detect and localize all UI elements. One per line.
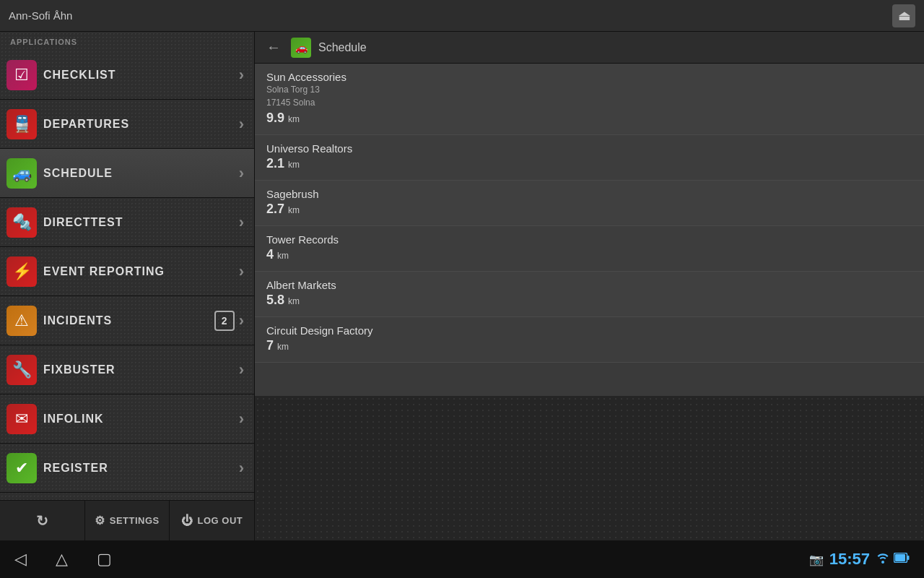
- location-distance: 4 km: [266, 247, 912, 262]
- status-bar: 📷 15:57: [809, 550, 910, 569]
- fixbuster-label: FIXBUSTER: [43, 363, 239, 376]
- schedule-icon: 🚙: [6, 158, 37, 189]
- sidebar-item-checklist[interactable]: ☑CHECKLIST›: [0, 51, 254, 100]
- settings-label: SETTINGS: [110, 515, 160, 526]
- register-label: REGISTER: [43, 462, 239, 475]
- infolink-icon: ✉: [6, 404, 37, 434]
- main-area: APPLICATIONS ☑CHECKLIST›🚆DEPARTURES›🚙SCH…: [0, 32, 924, 540]
- departures-icon: 🚆: [6, 109, 37, 139]
- event-reporting-icon-wrapper: ⚡: [0, 247, 43, 296]
- incidents-badge: 2: [214, 311, 235, 331]
- register-chevron-icon: ›: [239, 459, 244, 478]
- logout-icon: ⏏: [898, 8, 910, 24]
- list-item[interactable]: Sagebrush2.7 km: [255, 181, 924, 226]
- back-nav-button[interactable]: ◁: [14, 550, 27, 569]
- sidebar-item-infolink[interactable]: ✉INFOLINK›: [0, 394, 254, 444]
- location-name: Tower Records: [266, 233, 912, 246]
- incidents-label: INCIDENTS: [43, 314, 214, 327]
- distance-unit: km: [288, 160, 300, 170]
- list-item[interactable]: Sun AccessoriesSolna Torg 1317145 Solna9…: [255, 64, 924, 135]
- distance-unit: km: [288, 205, 300, 215]
- register-icon: ✔: [6, 453, 37, 483]
- location-distance: 9.9 km: [266, 111, 912, 126]
- back-button[interactable]: ←: [263, 36, 284, 59]
- location-distance: 7 km: [266, 338, 912, 353]
- list-item[interactable]: Universo Realtors2.1 km: [255, 135, 924, 181]
- sidebar-item-event-reporting[interactable]: ⚡EVENT REPORTING›: [0, 247, 254, 296]
- title-bar: Ann-Sofi Åhn ⏏: [0, 0, 924, 32]
- content-area: ← 🚗 Schedule Sun AccessoriesSolna Torg 1…: [255, 32, 924, 540]
- content-header: ← 🚗 Schedule: [255, 32, 924, 64]
- android-left-buttons: ◁ △ ▢: [14, 550, 112, 569]
- checklist-label: CHECKLIST: [43, 69, 239, 82]
- location-list: Sun AccessoriesSolna Torg 1317145 Solna9…: [255, 64, 924, 396]
- incidents-icon: ⚠: [6, 306, 37, 336]
- directtest-icon-wrapper: 🔩: [0, 198, 43, 247]
- event-reporting-label: EVENT REPORTING: [43, 265, 239, 278]
- schedule-icon-wrapper: 🚙: [0, 149, 43, 198]
- content-title: Schedule: [318, 41, 367, 54]
- sidebar-item-schedule[interactable]: 🚙SCHEDULE›: [0, 149, 254, 198]
- directtest-label: DIRECTTEST: [43, 216, 239, 229]
- schedule-icon-symbol: 🚗: [295, 42, 308, 53]
- logout-button[interactable]: ⏏: [892, 4, 915, 27]
- svg-rect-2: [907, 556, 910, 560]
- list-item[interactable]: Circuit Design Factory7 km: [255, 317, 924, 363]
- status-icons: [876, 552, 910, 566]
- location-address2: 17145 Solna: [266, 98, 912, 108]
- logout-bottom-button[interactable]: ⏻ LOG OUT: [170, 501, 254, 540]
- content-lower-area: [255, 396, 924, 540]
- distance-unit: km: [277, 251, 289, 261]
- event-reporting-icon: ⚡: [6, 256, 37, 287]
- sidebar-item-incidents[interactable]: ⚠INCIDENTS2›: [0, 296, 254, 345]
- sidebar-item-register[interactable]: ✔REGISTER›: [0, 444, 254, 493]
- sync-button[interactable]: ↻: [0, 501, 85, 540]
- screenshot-icon: 📷: [809, 553, 824, 566]
- fixbuster-icon-wrapper: 🔧: [0, 345, 43, 394]
- schedule-label: SCHEDULE: [43, 167, 239, 180]
- location-name: Sagebrush: [266, 188, 912, 200]
- sidebar-item-directtest[interactable]: 🔩DIRECTTEST›: [0, 198, 254, 247]
- event-reporting-chevron-icon: ›: [239, 262, 244, 281]
- list-item[interactable]: Tower Records4 km: [255, 226, 924, 272]
- location-name: Circuit Design Factory: [266, 324, 912, 337]
- distance-unit: km: [288, 296, 300, 306]
- location-name: Albert Markets: [266, 279, 912, 291]
- wifi-icon: [876, 552, 890, 566]
- incidents-icon-wrapper: ⚠: [0, 296, 43, 345]
- settings-icon: ⚙: [95, 514, 105, 527]
- settings-button[interactable]: ⚙ SETTINGS: [85, 501, 170, 540]
- departures-icon-wrapper: 🚆: [0, 100, 43, 149]
- directtest-chevron-icon: ›: [239, 213, 244, 232]
- sidebar-items: ☑CHECKLIST›🚆DEPARTURES›🚙SCHEDULE›🔩DIRECT…: [0, 51, 254, 493]
- sync-icon: ↻: [36, 512, 49, 530]
- location-distance: 2.1 km: [266, 156, 912, 171]
- incidents-chevron-icon: ›: [239, 311, 244, 330]
- location-name: Universo Realtors: [266, 142, 912, 155]
- infolink-label: INFOLINK: [43, 413, 239, 426]
- departures-label: DEPARTURES: [43, 118, 239, 131]
- distance-unit: km: [288, 114, 300, 124]
- svg-rect-1: [895, 554, 905, 561]
- distance-unit: km: [277, 342, 289, 352]
- sidebar-section-label: APPLICATIONS: [0, 32, 254, 51]
- fixbuster-icon: 🔧: [6, 355, 37, 385]
- checklist-icon-wrapper: ☑: [0, 51, 43, 100]
- sidebar-item-fixbuster[interactable]: 🔧FIXBUSTER›: [0, 345, 254, 394]
- list-item[interactable]: Albert Markets5.8 km: [255, 272, 924, 317]
- fixbuster-chevron-icon: ›: [239, 361, 244, 379]
- departures-chevron-icon: ›: [239, 115, 244, 134]
- android-bar: ◁ △ ▢ 📷 15:57: [0, 540, 924, 578]
- checklist-icon: ☑: [6, 60, 37, 90]
- logout-label: LOG OUT: [198, 515, 243, 526]
- location-address1: Solna Torg 13: [266, 85, 912, 95]
- sidebar-item-departures[interactable]: 🚆DEPARTURES›: [0, 100, 254, 149]
- directtest-icon: 🔩: [6, 207, 37, 238]
- schedule-icon-small: 🚗: [291, 38, 311, 58]
- register-icon-wrapper: ✔: [0, 444, 43, 493]
- infolink-icon-wrapper: ✉: [0, 394, 43, 444]
- battery-icon: [894, 553, 910, 566]
- recent-apps-button[interactable]: ▢: [97, 550, 112, 569]
- location-name: Sun Accessories: [266, 71, 912, 83]
- home-button[interactable]: △: [56, 550, 68, 569]
